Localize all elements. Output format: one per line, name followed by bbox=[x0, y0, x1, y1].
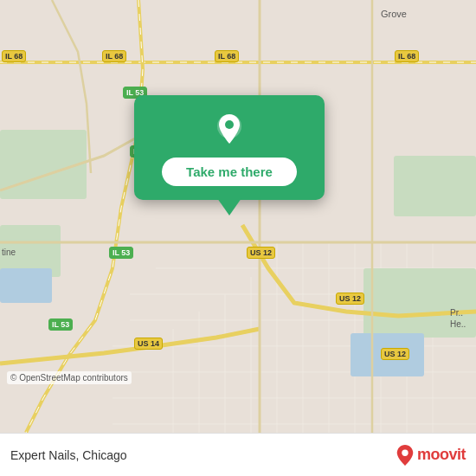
svg-point-35 bbox=[225, 120, 234, 129]
svg-rect-19 bbox=[0, 130, 87, 199]
road-badge-il53-3: IL 53 bbox=[109, 247, 133, 259]
svg-point-36 bbox=[402, 449, 408, 455]
map-container[interactable]: Grove tine Pr.. He.. IL 68 IL 68 IL 68 I… bbox=[0, 0, 476, 433]
road-badge-il68-3: IL 68 bbox=[215, 50, 239, 62]
copyright-text: © OpenStreetMap contributors bbox=[7, 371, 132, 384]
map-roads: Grove tine Pr.. He.. bbox=[0, 0, 476, 433]
road-badge-il68-4: IL 68 bbox=[395, 50, 419, 62]
bottom-bar: Expert Nails, Chicago moovit bbox=[0, 433, 476, 476]
svg-rect-23 bbox=[0, 268, 52, 303]
svg-text:tine: tine bbox=[2, 248, 16, 257]
road-badge-us12-1: US 12 bbox=[247, 247, 275, 259]
moovit-text: moovit bbox=[417, 446, 466, 464]
svg-text:He..: He.. bbox=[450, 319, 466, 329]
road-badge-us14: US 14 bbox=[134, 338, 163, 350]
svg-rect-22 bbox=[394, 156, 476, 216]
road-badge-us12-3: US 12 bbox=[381, 348, 409, 360]
road-badge-il68-1: IL 68 bbox=[2, 50, 26, 62]
road-badge-us12-2: US 12 bbox=[336, 293, 364, 305]
svg-text:Grove: Grove bbox=[381, 9, 407, 19]
location-pin-icon bbox=[210, 111, 248, 149]
take-me-there-button[interactable]: Take me there bbox=[162, 158, 297, 186]
location-label: Expert Nails, Chicago bbox=[10, 448, 127, 462]
moovit-logo: moovit bbox=[396, 445, 466, 466]
app: Grove tine Pr.. He.. IL 68 IL 68 IL 68 I… bbox=[0, 0, 476, 476]
road-badge-il68-2: IL 68 bbox=[102, 50, 126, 62]
moovit-logo-pin bbox=[396, 445, 414, 466]
svg-text:Pr..: Pr.. bbox=[450, 308, 463, 318]
road-badge-il53-4: IL 53 bbox=[48, 318, 73, 331]
popup-card: Take me there bbox=[134, 95, 325, 200]
